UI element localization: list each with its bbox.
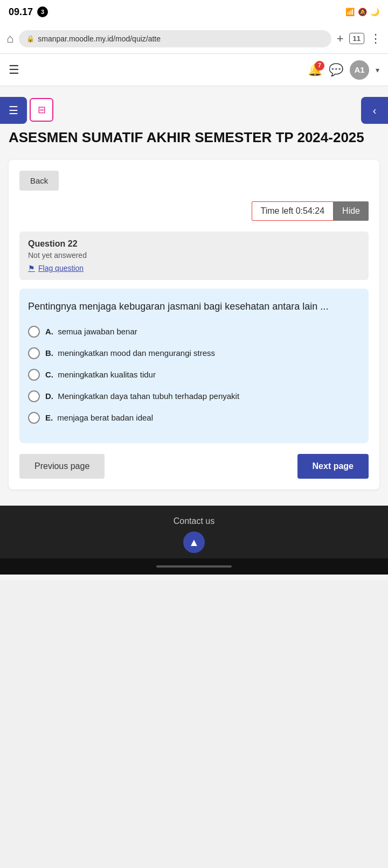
radio-a[interactable] (28, 326, 40, 338)
chat-icon[interactable]: 💬 (329, 63, 343, 77)
radio-e[interactable] (28, 412, 40, 424)
status-notification-badge: 3 (37, 6, 48, 17)
option-d-label: D. Meningkatkan daya tahan tubuh terhada… (45, 389, 239, 402)
quiz-nav-icon-button[interactable]: ⊟ (30, 98, 53, 122)
notification-count-badge: 7 (315, 61, 324, 71)
browser-bar: ⌂ 🔒 smanpar.moodle.my.id/mod/quiz/atte +… (0, 24, 388, 54)
back-button[interactable]: Back (19, 171, 59, 191)
option-b[interactable]: B. meningkatkan mood dan mengurangi stre… (28, 346, 360, 359)
footer-icon: ▲ (183, 531, 205, 553)
status-bar: 09.17 3 📶 🔕 🌙 (0, 0, 388, 24)
signal-icon: 📶 (345, 8, 355, 16)
question-number-display: Question 22 (28, 239, 360, 249)
user-avatar[interactable]: A1 (350, 60, 369, 80)
url-text: smanpar.moodle.my.id/mod/quiz/atte (38, 34, 161, 43)
app-header: ☰ 🔔 7 💬 A1 ▾ (0, 54, 388, 86)
next-page-button[interactable]: Next page (297, 454, 369, 479)
flag-question-link[interactable]: ⚑ Flag question (28, 264, 360, 272)
option-c-label: C. meningkatkan kualitas tidur (45, 368, 156, 380)
url-secure-icon: 🔒 (26, 35, 34, 43)
wifi-icon: 🔕 (358, 8, 367, 16)
hamburger-menu-icon[interactable]: ☰ (9, 63, 19, 77)
tab-count[interactable]: 11 (349, 33, 364, 44)
battery-icon: 🌙 (370, 8, 379, 16)
footer: Contact us ▲ (0, 506, 388, 558)
list-icon: ☰ (9, 104, 18, 117)
option-a-label: A. semua jawaban benar (45, 325, 137, 337)
add-tab-icon[interactable]: + (337, 32, 344, 46)
option-e[interactable]: E. menjaga berat badan ideal (28, 411, 360, 424)
options-list: A. semua jawaban benar B. meningkatkan m… (28, 325, 360, 424)
timer-display: Time left 0:54:24 (252, 201, 334, 221)
question-text: Pentingnya menjaga kebugaran jasmani bag… (28, 299, 360, 314)
option-b-label: B. meningkatkan mood dan mengurangi stre… (45, 346, 215, 359)
page-title: ASESMEN SUMATIF AKHIR SEMESTER TP 2024-2… (9, 129, 379, 146)
navigation-buttons: Previous page Next page (19, 454, 369, 479)
browser-menu-icon[interactable]: ⋮ (370, 32, 382, 46)
dropdown-arrow-icon[interactable]: ▾ (376, 66, 379, 74)
flag-icon: ⚑ (28, 264, 35, 272)
option-e-label: E. menjaga berat badan ideal (45, 411, 153, 423)
main-content: ☰ ⊟ ‹ ASESMEN SUMATIF AKHIR SEMESTER TP … (0, 86, 388, 580)
question-status: Not yet answered (28, 251, 360, 260)
status-time: 09.17 (9, 6, 33, 18)
option-d[interactable]: D. Meningkatkan daya tahan tubuh terhada… (28, 389, 360, 402)
bottom-bar (0, 558, 388, 575)
option-c[interactable]: C. meningkatkan kualitas tidur (28, 368, 360, 381)
timer-row: Time left 0:54:24 Hide (19, 201, 369, 221)
url-bar[interactable]: 🔒 smanpar.moodle.my.id/mod/quiz/atte (19, 30, 331, 47)
status-icons: 📶 🔕 🌙 (345, 8, 379, 16)
hide-timer-button[interactable]: Hide (334, 201, 369, 221)
home-icon[interactable]: ⌂ (6, 32, 13, 46)
quiz-card: Back Time left 0:54:24 Hide Question 22 … (9, 160, 379, 489)
previous-page-button[interactable]: Previous page (19, 454, 105, 479)
option-a[interactable]: A. semua jawaban benar (28, 325, 360, 338)
radio-d[interactable] (28, 390, 40, 402)
notification-bell-wrapper[interactable]: 🔔 7 (308, 63, 322, 77)
header-right: 🔔 7 💬 A1 ▾ (308, 60, 379, 80)
radio-c[interactable] (28, 369, 40, 381)
radio-b[interactable] (28, 347, 40, 359)
chevron-left-icon: ‹ (373, 104, 377, 117)
right-collapse-button[interactable]: ‹ (361, 97, 388, 124)
question-body: Pentingnya menjaga kebugaran jasmani bag… (19, 289, 369, 443)
quiz-grid-icon: ⊟ (38, 104, 46, 116)
footer-contact-text: Contact us (0, 516, 388, 526)
question-info-box: Question 22 Not yet answered ⚑ Flag ques… (19, 232, 369, 280)
page-title-section: ASESMEN SUMATIF AKHIR SEMESTER TP 2024-2… (0, 86, 388, 155)
sidebar-toggle-button[interactable]: ☰ (0, 97, 27, 124)
browser-actions: + 11 ⋮ (337, 32, 382, 46)
bottom-bar-line (156, 565, 232, 568)
